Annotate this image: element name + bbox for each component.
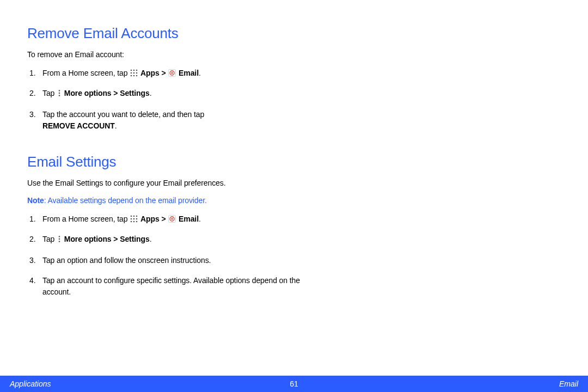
svg-point-2	[136, 70, 138, 71]
svg-point-21	[131, 220, 132, 222]
svg-point-15	[131, 215, 132, 217]
note-label: Note	[27, 196, 44, 205]
svg-point-28	[59, 238, 60, 240]
step-2: Tap More options > Settings.	[27, 234, 310, 246]
note-email-settings: Note: Available settings depend on the e…	[27, 196, 561, 205]
svg-point-11	[171, 72, 173, 74]
period: .	[199, 69, 201, 77]
svg-point-4	[133, 72, 135, 74]
remove-account-label: REMOVE ACCOUNT	[42, 121, 115, 130]
svg-point-29	[59, 241, 60, 242]
intro-remove-email: To remove an Email account:	[27, 50, 561, 60]
step-2: Tap More options > Settings.	[27, 88, 310, 100]
more-options-icon	[58, 236, 61, 244]
steps-email-settings: From a Home screen, tap Apps > Email. Ta…	[27, 213, 310, 298]
svg-point-0	[131, 70, 132, 71]
svg-point-27	[59, 236, 60, 237]
svg-point-16	[133, 215, 135, 217]
step-text: From a Home screen, tap	[42, 69, 130, 77]
page-content: Remove Email Accounts To remove an Email…	[0, 0, 588, 392]
apps-label: Apps >	[140, 215, 168, 223]
svg-point-8	[136, 75, 138, 77]
more-options-label: More options > Settings	[64, 235, 150, 243]
svg-point-23	[136, 220, 138, 222]
svg-point-14	[59, 95, 60, 96]
note-text: : Available settings depend on the email…	[44, 196, 207, 205]
period: .	[199, 215, 201, 223]
page-footer: Applications 61 Email	[0, 376, 588, 392]
step-3: Tap an option and follow the onscreen in…	[27, 255, 310, 266]
period: .	[150, 89, 152, 97]
more-options-label: More options > Settings	[64, 89, 150, 97]
more-options-icon	[58, 90, 61, 99]
footer-left: Applications	[10, 379, 51, 388]
apps-grid-icon	[130, 69, 138, 76]
svg-point-18	[131, 218, 132, 219]
email-at-icon	[168, 215, 176, 222]
heading-email-settings: Email Settings	[27, 154, 561, 170]
svg-point-12	[59, 90, 60, 91]
email-label: Email	[176, 69, 199, 77]
svg-point-20	[136, 218, 138, 219]
footer-page-number: 61	[290, 379, 298, 388]
svg-point-19	[133, 218, 135, 219]
step-1: From a Home screen, tap Apps > Email.	[27, 68, 310, 79]
step-1: From a Home screen, tap Apps > Email.	[27, 213, 310, 225]
period: .	[115, 121, 117, 130]
svg-point-22	[133, 220, 135, 222]
step-text: Tap	[42, 89, 57, 97]
apps-grid-icon	[130, 215, 138, 222]
email-label: Email	[176, 215, 199, 223]
steps-remove-email: From a Home screen, tap Apps > Email. Ta…	[27, 68, 310, 132]
step-3: Tap the account you want to delete, and …	[27, 109, 310, 132]
step-text: Tap the account you want to delete, and …	[42, 110, 204, 119]
footer-right: Email	[559, 379, 578, 388]
step-text: Tap	[42, 235, 57, 243]
svg-point-13	[59, 93, 60, 94]
svg-point-26	[171, 218, 173, 219]
period: .	[150, 235, 152, 243]
svg-point-17	[136, 215, 138, 217]
svg-point-7	[133, 75, 135, 77]
svg-point-1	[133, 70, 135, 71]
svg-point-3	[131, 72, 132, 74]
svg-point-5	[136, 72, 138, 74]
intro-email-settings: Use the Email Settings to configure your…	[27, 178, 561, 188]
email-at-icon	[168, 69, 176, 76]
apps-label: Apps >	[140, 69, 168, 77]
svg-point-6	[131, 75, 132, 77]
step-text: From a Home screen, tap	[42, 215, 130, 223]
heading-remove-email: Remove Email Accounts	[27, 25, 561, 42]
step-4: Tap an account to configure specific set…	[27, 275, 310, 298]
